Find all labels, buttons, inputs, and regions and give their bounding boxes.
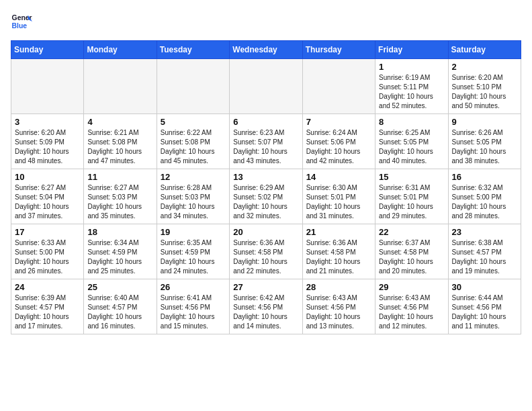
weekday-header-monday: Monday bbox=[84, 41, 157, 59]
day-number: 1 bbox=[379, 62, 444, 72]
cell-content: Sunrise: 6:25 AM Sunset: 5:05 PM Dayligh… bbox=[379, 128, 444, 166]
day-number: 21 bbox=[306, 227, 371, 237]
day-number: 15 bbox=[379, 172, 444, 182]
day-number: 8 bbox=[379, 117, 444, 127]
cell-content: Sunrise: 6:29 AM Sunset: 5:02 PM Dayligh… bbox=[233, 183, 298, 221]
weekday-header-sunday: Sunday bbox=[11, 41, 84, 59]
weekday-header-wednesday: Wednesday bbox=[230, 41, 302, 59]
calendar-cell: 1Sunrise: 6:19 AM Sunset: 5:11 PM Daylig… bbox=[375, 59, 448, 114]
calendar-cell: 7Sunrise: 6:24 AM Sunset: 5:06 PM Daylig… bbox=[302, 114, 375, 169]
cell-content: Sunrise: 6:27 AM Sunset: 5:03 PM Dayligh… bbox=[87, 183, 152, 221]
calendar-cell: 14Sunrise: 6:30 AM Sunset: 5:01 PM Dayli… bbox=[302, 169, 375, 224]
cell-content: Sunrise: 6:33 AM Sunset: 5:00 PM Dayligh… bbox=[15, 238, 80, 276]
calendar-cell: 15Sunrise: 6:31 AM Sunset: 5:01 PM Dayli… bbox=[375, 169, 448, 224]
calendar-cell: 18Sunrise: 6:34 AM Sunset: 4:59 PM Dayli… bbox=[84, 224, 157, 279]
calendar-cell: 19Sunrise: 6:35 AM Sunset: 4:59 PM Dayli… bbox=[157, 224, 229, 279]
calendar-cell: 12Sunrise: 6:28 AM Sunset: 5:03 PM Dayli… bbox=[157, 169, 229, 224]
cell-content: Sunrise: 6:38 AM Sunset: 4:57 PM Dayligh… bbox=[452, 238, 517, 276]
cell-content: Sunrise: 6:30 AM Sunset: 5:01 PM Dayligh… bbox=[306, 183, 371, 221]
day-number: 29 bbox=[379, 282, 444, 292]
calendar-cell bbox=[84, 59, 157, 114]
day-number: 14 bbox=[306, 172, 371, 182]
cell-content: Sunrise: 6:20 AM Sunset: 5:10 PM Dayligh… bbox=[452, 73, 517, 111]
svg-text:Blue: Blue bbox=[12, 22, 28, 30]
cell-content: Sunrise: 6:26 AM Sunset: 5:05 PM Dayligh… bbox=[452, 128, 517, 166]
calendar-cell: 3Sunrise: 6:20 AM Sunset: 5:09 PM Daylig… bbox=[11, 114, 84, 169]
calendar-cell bbox=[157, 59, 229, 114]
day-number: 13 bbox=[233, 172, 298, 182]
calendar-cell bbox=[230, 59, 302, 114]
logo-icon: General Blue bbox=[11, 11, 32, 32]
day-number: 9 bbox=[452, 117, 517, 127]
weekday-header-thursday: Thursday bbox=[302, 41, 375, 59]
day-number: 28 bbox=[306, 282, 371, 292]
calendar-cell: 25Sunrise: 6:40 AM Sunset: 4:57 PM Dayli… bbox=[84, 279, 157, 334]
calendar-cell: 20Sunrise: 6:36 AM Sunset: 4:58 PM Dayli… bbox=[230, 224, 302, 279]
cell-content: Sunrise: 6:20 AM Sunset: 5:09 PM Dayligh… bbox=[15, 128, 80, 166]
day-number: 18 bbox=[87, 227, 152, 237]
calendar-cell bbox=[302, 59, 375, 114]
cell-content: Sunrise: 6:39 AM Sunset: 4:57 PM Dayligh… bbox=[15, 293, 80, 331]
cell-content: Sunrise: 6:24 AM Sunset: 5:06 PM Dayligh… bbox=[306, 128, 371, 166]
calendar-cell: 17Sunrise: 6:33 AM Sunset: 5:00 PM Dayli… bbox=[11, 224, 84, 279]
day-number: 23 bbox=[452, 227, 517, 237]
calendar-cell: 9Sunrise: 6:26 AM Sunset: 5:05 PM Daylig… bbox=[448, 114, 521, 169]
calendar-cell: 30Sunrise: 6:44 AM Sunset: 4:56 PM Dayli… bbox=[448, 279, 521, 334]
cell-content: Sunrise: 6:23 AM Sunset: 5:07 PM Dayligh… bbox=[233, 128, 298, 166]
calendar-cell: 4Sunrise: 6:21 AM Sunset: 5:08 PM Daylig… bbox=[84, 114, 157, 169]
weekday-header-row: SundayMondayTuesdayWednesdayThursdayFrid… bbox=[11, 41, 521, 59]
cell-content: Sunrise: 6:40 AM Sunset: 4:57 PM Dayligh… bbox=[87, 293, 152, 331]
cell-content: Sunrise: 6:37 AM Sunset: 4:58 PM Dayligh… bbox=[379, 238, 444, 276]
calendar-week-4: 17Sunrise: 6:33 AM Sunset: 5:00 PM Dayli… bbox=[11, 224, 521, 279]
calendar-week-1: 1Sunrise: 6:19 AM Sunset: 5:11 PM Daylig… bbox=[11, 59, 521, 114]
day-number: 3 bbox=[15, 117, 80, 127]
cell-content: Sunrise: 6:43 AM Sunset: 4:56 PM Dayligh… bbox=[306, 293, 371, 331]
day-number: 11 bbox=[87, 172, 152, 182]
calendar-cell: 29Sunrise: 6:43 AM Sunset: 4:56 PM Dayli… bbox=[375, 279, 448, 334]
calendar-week-3: 10Sunrise: 6:27 AM Sunset: 5:04 PM Dayli… bbox=[11, 169, 521, 224]
cell-content: Sunrise: 6:35 AM Sunset: 4:59 PM Dayligh… bbox=[161, 238, 226, 276]
day-number: 25 bbox=[87, 282, 152, 292]
weekday-header-saturday: Saturday bbox=[448, 41, 521, 59]
calendar-cell: 16Sunrise: 6:32 AM Sunset: 5:00 PM Dayli… bbox=[448, 169, 521, 224]
cell-content: Sunrise: 6:28 AM Sunset: 5:03 PM Dayligh… bbox=[161, 183, 226, 221]
day-number: 30 bbox=[452, 282, 517, 292]
calendar-cell: 11Sunrise: 6:27 AM Sunset: 5:03 PM Dayli… bbox=[84, 169, 157, 224]
calendar-week-2: 3Sunrise: 6:20 AM Sunset: 5:09 PM Daylig… bbox=[11, 114, 521, 169]
cell-content: Sunrise: 6:34 AM Sunset: 4:59 PM Dayligh… bbox=[87, 238, 152, 276]
calendar-cell: 13Sunrise: 6:29 AM Sunset: 5:02 PM Dayli… bbox=[230, 169, 302, 224]
cell-content: Sunrise: 6:43 AM Sunset: 4:56 PM Dayligh… bbox=[379, 293, 444, 331]
calendar-cell: 6Sunrise: 6:23 AM Sunset: 5:07 PM Daylig… bbox=[230, 114, 302, 169]
calendar-cell: 28Sunrise: 6:43 AM Sunset: 4:56 PM Dayli… bbox=[302, 279, 375, 334]
weekday-header-friday: Friday bbox=[375, 41, 448, 59]
cell-content: Sunrise: 6:22 AM Sunset: 5:08 PM Dayligh… bbox=[161, 128, 226, 166]
logo: General Blue bbox=[11, 11, 32, 32]
day-number: 24 bbox=[15, 282, 80, 292]
calendar-cell: 27Sunrise: 6:42 AM Sunset: 4:56 PM Dayli… bbox=[230, 279, 302, 334]
calendar-cell: 26Sunrise: 6:41 AM Sunset: 4:56 PM Dayli… bbox=[157, 279, 229, 334]
day-number: 2 bbox=[452, 62, 517, 72]
day-number: 20 bbox=[233, 227, 298, 237]
cell-content: Sunrise: 6:27 AM Sunset: 5:04 PM Dayligh… bbox=[15, 183, 80, 221]
calendar-cell: 21Sunrise: 6:36 AM Sunset: 4:58 PM Dayli… bbox=[302, 224, 375, 279]
day-number: 22 bbox=[379, 227, 444, 237]
day-number: 4 bbox=[87, 117, 152, 127]
weekday-header-tuesday: Tuesday bbox=[157, 41, 229, 59]
day-number: 19 bbox=[161, 227, 226, 237]
cell-content: Sunrise: 6:36 AM Sunset: 4:58 PM Dayligh… bbox=[233, 238, 298, 276]
calendar-week-5: 24Sunrise: 6:39 AM Sunset: 4:57 PM Dayli… bbox=[11, 279, 521, 334]
cell-content: Sunrise: 6:32 AM Sunset: 5:00 PM Dayligh… bbox=[452, 183, 517, 221]
day-number: 6 bbox=[233, 117, 298, 127]
calendar-cell: 10Sunrise: 6:27 AM Sunset: 5:04 PM Dayli… bbox=[11, 169, 84, 224]
calendar-cell: 5Sunrise: 6:22 AM Sunset: 5:08 PM Daylig… bbox=[157, 114, 229, 169]
calendar-cell: 23Sunrise: 6:38 AM Sunset: 4:57 PM Dayli… bbox=[448, 224, 521, 279]
day-number: 16 bbox=[452, 172, 517, 182]
day-number: 17 bbox=[15, 227, 80, 237]
day-number: 26 bbox=[161, 282, 226, 292]
page-header: General Blue bbox=[11, 11, 521, 32]
calendar-cell: 24Sunrise: 6:39 AM Sunset: 4:57 PM Dayli… bbox=[11, 279, 84, 334]
cell-content: Sunrise: 6:44 AM Sunset: 4:56 PM Dayligh… bbox=[452, 293, 517, 331]
cell-content: Sunrise: 6:21 AM Sunset: 5:08 PM Dayligh… bbox=[87, 128, 152, 166]
cell-content: Sunrise: 6:42 AM Sunset: 4:56 PM Dayligh… bbox=[233, 293, 298, 331]
cell-content: Sunrise: 6:36 AM Sunset: 4:58 PM Dayligh… bbox=[306, 238, 371, 276]
